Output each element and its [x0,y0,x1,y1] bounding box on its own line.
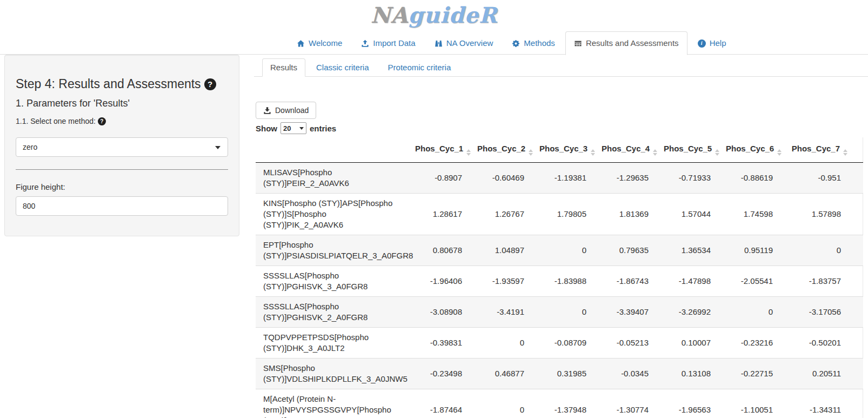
cell-value: 1.57898 [784,194,863,235]
cell-value: -1.96406 [411,266,473,297]
cell-value: 0.31985 [535,359,597,389]
tab-results[interactable]: Results [262,58,305,76]
cell-value: -1.37948 [535,389,597,418]
home-icon [297,39,305,48]
column-header[interactable]: Phos_Cyc_2 [473,137,535,163]
nav-tab-label: Results and Assessments [586,38,679,49]
download-button[interactable]: Download [256,102,316,119]
cell-value: -3.4191 [473,297,535,328]
cell-value: 0.10007 [659,328,722,359]
nav-tab-na-overview[interactable]: NA Overview [426,31,502,55]
table-row: MLISAVS[Phospho (STY)]PEIR_2_A0AVK6-0.89… [256,163,863,194]
column-header[interactable]: Phos_Cyc_6 [722,137,784,163]
cell-value: 1.36534 [659,235,722,266]
method-label: 1.1. Select one method:? [16,117,228,125]
tab-classic-criteria[interactable]: Classic criteria [308,58,377,76]
row-name: KINS[Phospho (STY)]APS[Phospho (STY)]S[P… [256,194,411,235]
cell-value: -0.8907 [411,163,473,194]
row-name: EPT[Phospho (STY)]PSIASDISLPIATQELR_3_A0… [256,235,411,266]
table-row: KINS[Phospho (STY)]APS[Phospho (STY)]S[P… [256,194,863,235]
column-header[interactable]: Phos_Cyc_3 [535,137,597,163]
download-button-label: Download [275,105,309,115]
result-subtabs: Results Classic criteria Proteomic crite… [254,58,868,77]
row-name: MLISAVS[Phospho (STY)]PEIR_2_A0AVK6 [256,163,411,194]
cell-value: 0.20511 [784,359,863,389]
step-heading: Step 4: Results and Assessments? [16,77,228,91]
cell-value: -0.39831 [411,328,473,359]
show-label: Show [256,124,277,133]
cell-value: 0.46877 [473,359,535,389]
entries-label: entries [310,124,336,133]
cell-value: 0.79635 [597,235,659,266]
method-selected-value: zero [23,143,37,151]
tab-label: Results [262,58,305,77]
nav-tab-label: Help [710,38,726,49]
cell-value: 0.95119 [722,235,784,266]
tab-label: Classic criteria [308,58,377,76]
sort-icon [591,149,595,156]
cell-value: -1.47898 [659,266,722,297]
figure-height-label: Figure height: [16,182,228,191]
method-select[interactable]: zero [16,137,228,157]
cell-value: -0.23498 [411,359,473,389]
cell-value: 1.79805 [535,194,597,235]
entries-select[interactable]: 20 [281,122,306,134]
cell-value: 1.81369 [597,194,659,235]
row-name: TQDPVPPETPSDS[Phospho (STY)]DHK_3_A0JLT2 [256,328,411,359]
nav-tab-label: Welcome [309,38,342,49]
sort-icon [653,149,657,156]
tab-label: Proteomic criteria [380,58,459,76]
sidebar-panel: Step 4: Results and Assessments? 1. Para… [4,55,239,236]
nav-tab-methods[interactable]: Methods [503,31,564,55]
cell-value: 0 [535,235,597,266]
sort-icon [715,149,719,156]
column-header[interactable]: Phos_Cyc_1 [411,137,473,163]
cell-value: -1.83757 [784,266,863,297]
upload-icon [361,39,369,48]
cell-value: -1.34311 [784,389,863,418]
cell-value: -1.93597 [473,266,535,297]
figure-height-input[interactable] [16,196,228,216]
column-header[interactable]: Phos_Cyc_7 [784,137,863,163]
sort-icon [777,149,782,156]
cell-value: -1.30774 [597,389,659,418]
nav-tab-help[interactable]: iHelp [689,31,735,55]
row-name: M[Acetyl (Protein N-term)]NPVYSPGSSGVPY[… [256,389,411,418]
cell-value: -3.26992 [659,297,722,328]
cell-value: -0.0345 [597,359,659,389]
cell-value: -1.87464 [411,389,473,418]
cell-value: 0 [784,235,863,266]
results-table: Phos_Cyc_1Phos_Cyc_2Phos_Cyc_3Phos_Cyc_4… [256,137,863,418]
cell-value: -0.22715 [722,359,784,389]
cell-value: -1.86743 [597,266,659,297]
cell-value: -3.08908 [411,297,473,328]
cell-value: -1.83988 [535,266,597,297]
logo-text-guider: guideR [408,2,497,28]
nav-tab-welcome[interactable]: Welcome [288,31,351,55]
binoculars-icon [435,39,443,48]
logo-text-na: NA [371,2,409,28]
column-header[interactable]: Phos_Cyc_5 [659,137,722,163]
cell-value: 1.26767 [473,194,535,235]
row-name: SSSSLLAS[Phospho (STY)]PGHISVK_2_A0FGR8 [256,297,411,328]
tab-proteomic-criteria[interactable]: Proteomic criteria [380,58,459,76]
column-header[interactable]: Phos_Cyc_4 [597,137,659,163]
nav-tab-results-and-assessments[interactable]: Results and Assessments [565,31,687,55]
cell-value: 0 [535,297,597,328]
nav-tab-import-data[interactable]: Import Data [352,31,424,55]
app-logo: NAguideR [0,2,868,28]
sort-icon [529,149,533,156]
parameters-subheading: 1. Parameters for 'Results' [16,98,228,109]
table-row: SSSSLLAS[Phospho (STY)]PGHISVK_3_A0FGR8-… [256,266,863,297]
cell-value: 1.57044 [659,194,722,235]
question-circle-icon: ? [204,78,216,90]
question-circle-icon: ? [98,117,106,125]
main-content: Results Classic criteria Proteomic crite… [254,55,868,418]
cell-value: -2.05541 [722,266,784,297]
cell-value: -0.951 [784,163,863,194]
row-name: SMS[Phospho (STY)]VDLSHIPLKDPLLFK_3_A0JN… [256,359,411,389]
nav-tab-label: Import Data [373,38,415,49]
table-row: SSSSLLAS[Phospho (STY)]PGHISVK_2_A0FGR8-… [256,297,863,328]
gears-icon [512,39,520,48]
table-row: SMS[Phospho (STY)]VDLSHIPLKDPLLFK_3_A0JN… [256,359,863,389]
